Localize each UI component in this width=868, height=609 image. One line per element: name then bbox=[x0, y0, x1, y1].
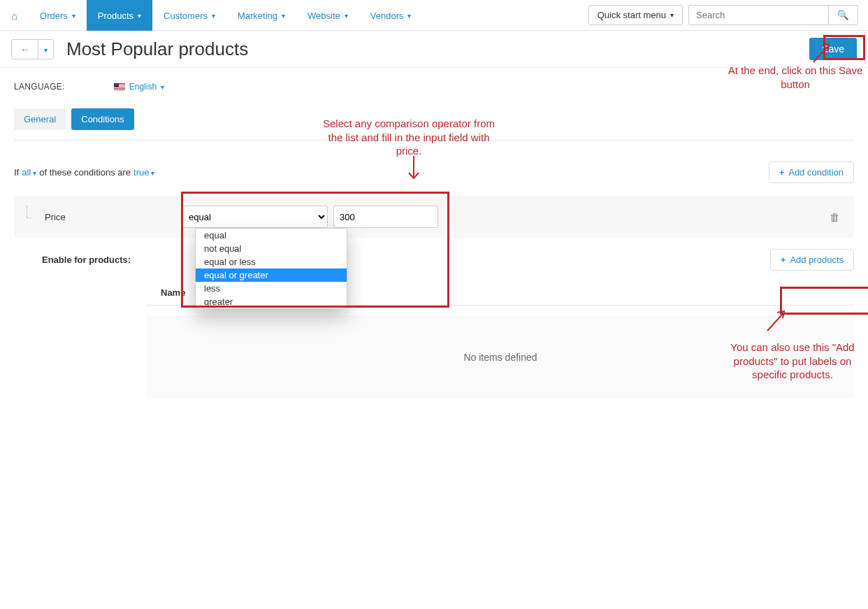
plus-icon: + bbox=[779, 167, 785, 178]
nav-orders-label: Orders bbox=[40, 10, 68, 21]
add-products-label: Add products bbox=[790, 255, 844, 265]
caret-icon: ▾ bbox=[212, 12, 215, 20]
back-button[interactable]: ← bbox=[12, 40, 38, 59]
tree-marker bbox=[27, 206, 31, 218]
language-value: English bbox=[129, 82, 157, 92]
quick-start-menu[interactable]: Quick start menu▾ bbox=[588, 5, 683, 25]
caret-icon: ▾ bbox=[44, 46, 48, 54]
condition-row: Price equal 🗑 bbox=[14, 196, 854, 238]
sentence-if: If bbox=[14, 167, 19, 178]
back-button-group: ← ▾ bbox=[11, 39, 54, 59]
nav-vendors[interactable]: Vendors▾ bbox=[359, 0, 423, 31]
search-button[interactable]: 🔍 bbox=[828, 5, 858, 25]
nav-vendors-label: Vendors bbox=[370, 10, 404, 21]
operator-option-greater[interactable]: greater bbox=[196, 295, 347, 308]
tab-conditions[interactable]: Conditions bbox=[71, 108, 133, 130]
language-label: LANGUAGE: bbox=[14, 82, 65, 92]
products-empty: No items defined bbox=[147, 315, 854, 399]
caret-icon: ▾ bbox=[670, 11, 674, 19]
page-title: Most Popular products bbox=[66, 38, 248, 60]
all-token[interactable]: all▾ bbox=[22, 167, 36, 178]
caret-icon: ▾ bbox=[151, 169, 154, 177]
caret-icon: ▾ bbox=[345, 12, 348, 20]
nav-orders[interactable]: Orders▾ bbox=[29, 0, 87, 31]
add-condition-label: Add condition bbox=[788, 167, 844, 178]
nav-products[interactable]: Products▾ bbox=[87, 0, 152, 31]
nav-marketing-label: Marketing bbox=[238, 10, 277, 21]
operator-dropdown: equal not equal equal or less equal or g… bbox=[195, 228, 347, 309]
condition-sentence: If all▾ of these conditions are true▾ +A… bbox=[14, 162, 854, 183]
search-input[interactable] bbox=[688, 5, 828, 25]
enable-products-row: Enable for products: +Add products bbox=[42, 249, 854, 271]
true-token[interactable]: true▾ bbox=[133, 167, 154, 178]
nav-marketing[interactable]: Marketing▾ bbox=[226, 0, 296, 31]
arrow-left-icon: ← bbox=[20, 44, 29, 55]
nav-left: ⌂ Orders▾ Products▾ Customers▾ Marketing… bbox=[0, 0, 422, 30]
all-token-label: all bbox=[22, 167, 31, 178]
operator-option-less[interactable]: less bbox=[196, 282, 347, 295]
caret-icon: ▾ bbox=[33, 169, 36, 177]
condition-field-label: Price bbox=[45, 212, 181, 222]
nav-customers[interactable]: Customers▾ bbox=[152, 0, 226, 31]
operator-option-equal-or-less[interactable]: equal or less bbox=[196, 255, 347, 268]
nav-products-label: Products bbox=[98, 10, 133, 21]
search-icon: 🔍 bbox=[837, 10, 849, 20]
caret-icon: ▾ bbox=[282, 12, 285, 20]
divider bbox=[14, 140, 854, 141]
operator-option-equal-or-greater[interactable]: equal or greater bbox=[196, 268, 347, 282]
delete-condition-button[interactable]: 🗑 bbox=[830, 211, 840, 223]
operator-option-not-equal[interactable]: not equal bbox=[196, 242, 347, 255]
search-group: 🔍 bbox=[688, 5, 858, 25]
nav-website-label: Website bbox=[308, 10, 340, 21]
nav-home[interactable]: ⌂ bbox=[0, 0, 29, 31]
add-products-button[interactable]: +Add products bbox=[770, 249, 854, 271]
flag-icon bbox=[114, 83, 125, 91]
content: Select any comparison operator from the … bbox=[0, 68, 868, 399]
tabs: General Conditions bbox=[14, 108, 854, 130]
enable-products-label: Enable for products: bbox=[42, 255, 131, 265]
nav-website[interactable]: Website▾ bbox=[296, 0, 359, 31]
caret-icon: ▾ bbox=[72, 12, 75, 20]
caret-icon: ▾ bbox=[138, 12, 141, 20]
back-dropdown[interactable]: ▾ bbox=[38, 40, 53, 59]
add-condition-button[interactable]: +Add condition bbox=[769, 162, 854, 183]
trash-icon: 🗑 bbox=[830, 211, 840, 223]
true-token-label: true bbox=[133, 167, 149, 178]
nav-right: Quick start menu▾ 🔍 bbox=[583, 5, 864, 25]
sentence-mid: of these conditions are bbox=[39, 167, 131, 178]
nav-customers-label: Customers bbox=[164, 10, 208, 21]
home-icon: ⌂ bbox=[11, 10, 17, 22]
language-selector[interactable]: English ▾ bbox=[114, 82, 164, 92]
quick-start-label: Quick start menu bbox=[598, 10, 666, 20]
condition-row-wrap: Price equal 🗑 equal not equal equal or l… bbox=[14, 196, 854, 238]
language-row: LANGUAGE: English ▾ bbox=[14, 82, 854, 92]
tab-general[interactable]: General bbox=[14, 108, 66, 130]
top-nav: ⌂ Orders▾ Products▾ Customers▾ Marketing… bbox=[0, 0, 868, 31]
caret-icon: ▾ bbox=[407, 12, 411, 20]
caret-icon: ▾ bbox=[161, 83, 164, 91]
operator-select[interactable]: equal bbox=[181, 206, 328, 228]
condition-value-input[interactable] bbox=[333, 206, 438, 228]
operator-option-equal[interactable]: equal bbox=[196, 229, 347, 242]
plus-icon: + bbox=[781, 255, 786, 265]
products-empty-text: No items defined bbox=[463, 352, 537, 363]
save-button[interactable]: Save bbox=[809, 38, 857, 60]
page-header: ← ▾ Most Popular products Save bbox=[0, 31, 868, 68]
